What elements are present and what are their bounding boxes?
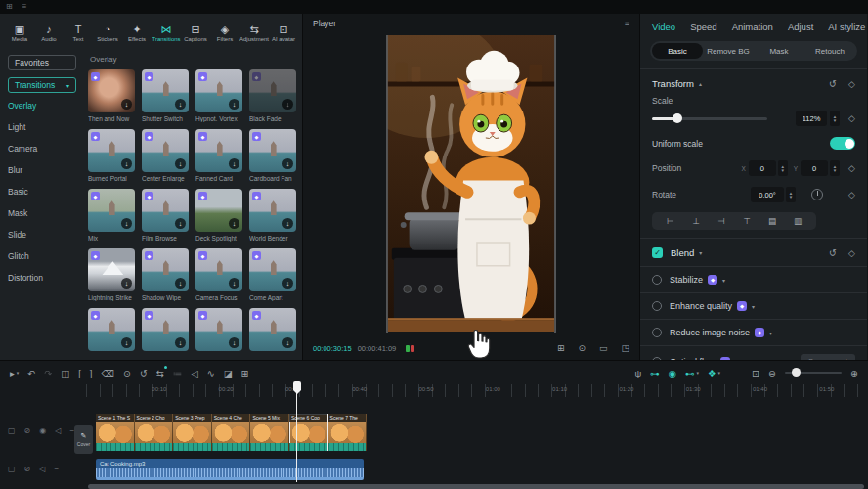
topbar-item-media[interactable]: ▣ Media <box>6 23 33 42</box>
transition-next-icon[interactable]: ⊷▾ <box>685 368 699 378</box>
voiceover-mic-icon[interactable]: ψ <box>634 368 641 378</box>
mute-track-icon[interactable]: ◁ <box>191 368 197 378</box>
sidebar-item-basic[interactable]: Basic <box>8 187 76 197</box>
download-icon[interactable]: ↓ <box>229 337 239 348</box>
mirror-icon[interactable]: ⇆ <box>156 368 164 378</box>
sidebar-item-distortion[interactable]: Distortion <box>8 273 76 283</box>
download-icon[interactable]: ↓ <box>121 218 132 229</box>
chevron-down-icon[interactable]: ▾ <box>699 249 702 256</box>
transition-item[interactable]: ◆ ↓ <box>142 308 189 354</box>
download-icon[interactable]: ↓ <box>175 99 186 110</box>
align-bottom-icon[interactable]: ⊥ <box>683 216 709 226</box>
timeline-ruler[interactable]: 00:1000:2000:3000:4000:5001:0001:1001:20… <box>86 384 868 397</box>
grid-menu-icon[interactable]: ⊞ <box>6 3 13 11</box>
download-icon[interactable]: ↓ <box>121 158 132 169</box>
scale-keyframe-icon[interactable]: ◇ <box>848 113 855 123</box>
download-icon[interactable]: ↓ <box>121 278 132 289</box>
topbar-item-transitions[interactable]: ⋈ Transitions <box>152 23 180 42</box>
chevron-down-icon[interactable]: ▾ <box>769 330 772 336</box>
timeline-zoom-slider[interactable] <box>785 372 842 374</box>
select-tool-icon[interactable]: ▸▾ <box>10 368 19 378</box>
chevron-down-icon[interactable]: ▾ <box>752 303 755 310</box>
rotate-dial[interactable] <box>811 189 823 200</box>
zoom-in-icon[interactable]: ⊕ <box>850 368 858 378</box>
timeline-clip[interactable]: Scene 4 Che <box>212 414 251 451</box>
rotate-stepper[interactable]: ▲▼ <box>786 187 796 202</box>
scale-slider-knob[interactable] <box>673 113 682 123</box>
transition-item-then-and-now[interactable]: ◆ ↓ Then and Now <box>88 69 135 122</box>
timeline-clip[interactable]: Scene 7 The <box>328 414 368 451</box>
topbar-item-filters[interactable]: ◈ Filters <box>211 23 239 42</box>
topbar-item-adjustment[interactable]: ⇆ Adjustment <box>240 23 268 42</box>
zoom-out-icon[interactable]: ⊖ <box>768 368 776 378</box>
transition-item-cardboard-fan[interactable]: ◆ ↓ Cardboard Fan <box>249 129 296 182</box>
align-center-v-icon[interactable]: ▥ <box>785 216 810 226</box>
blend-keyframe-icon[interactable]: ◇ <box>848 248 855 258</box>
tab-speed[interactable]: Speed <box>690 22 716 32</box>
blend-checkbox[interactable]: ✓ <box>652 247 663 258</box>
record-icon[interactable]: ⊞ <box>241 368 249 378</box>
transition-item-mix[interactable]: ◆ ↓ Mix <box>88 189 135 242</box>
enhance-quality-checkbox[interactable] <box>652 301 662 311</box>
topbar-item-text[interactable]: T Text <box>65 23 92 42</box>
transition-item[interactable]: ◆ ↓ <box>195 308 242 354</box>
sidebar-item-light[interactable]: Light <box>8 122 76 132</box>
transition-item-film-browse[interactable]: ◆ ↓ Film Browse <box>142 189 189 242</box>
topbar-item-effects[interactable]: ✦ Effects <box>123 23 151 42</box>
transition-item-burned-portal[interactable]: ◆ ↓ Burned Portal <box>88 129 135 182</box>
download-icon[interactable]: ↓ <box>282 158 293 169</box>
undo-icon[interactable]: ↶ <box>27 368 35 378</box>
split-icon[interactable]: ◫ <box>61 368 69 378</box>
collapse-track-icon[interactable]: − <box>54 465 59 473</box>
position-y-stepper[interactable]: ▲▼ <box>830 160 840 176</box>
uniform-scale-toggle[interactable] <box>830 137 855 150</box>
subtab-basic[interactable]: Basic <box>652 43 703 59</box>
download-icon[interactable]: ↓ <box>229 158 239 169</box>
playhead[interactable] <box>296 382 297 482</box>
home-icon[interactable]: ≡ <box>22 3 27 11</box>
trim-right-icon[interactable]: ] <box>90 368 93 378</box>
loop-icon[interactable]: ↺ <box>140 368 148 378</box>
favorites-button[interactable]: Favorites <box>8 55 76 70</box>
align-right-icon[interactable]: ⊣ <box>709 216 734 226</box>
mute-video-track-icon[interactable]: ◁ <box>55 426 61 435</box>
scale-slider[interactable] <box>652 117 767 120</box>
reduce-image-noise-checkbox[interactable] <box>652 328 662 337</box>
rotate-value-input[interactable]: 0.00° <box>751 187 784 202</box>
tab-adjust[interactable]: Adjust <box>788 22 813 32</box>
transition-item-lightning-strike[interactable]: ◆ ↓ Lightning Strike <box>88 248 135 301</box>
track-type-icon[interactable]: ▢ <box>8 426 16 435</box>
sidebar-item-blur[interactable]: Blur <box>8 165 76 175</box>
ratio-icon[interactable]: ▭ <box>599 343 608 353</box>
transition-prev-icon[interactable]: ⊶ <box>650 368 660 378</box>
sidebar-item-glitch[interactable]: Glitch <box>8 251 76 261</box>
collapse-icon[interactable]: ▴ <box>699 80 702 87</box>
transition-item-deck-spotlight[interactable]: ◆ ↓ Deck Spotlight <box>195 189 242 242</box>
position-y-input[interactable]: 0 <box>801 160 828 176</box>
sidebar-item-slide[interactable]: Slide <box>8 230 76 240</box>
timeline-clip[interactable]: Scene 2 Cho <box>135 414 174 451</box>
audio-track-clip[interactable]: Cat Cooking.mp3 <box>96 459 364 480</box>
download-icon[interactable]: ↓ <box>175 218 186 229</box>
blend-reset-icon[interactable]: ↺ <box>829 247 837 258</box>
transition-item-come-apart[interactable]: ◆ ↓ Come Apart <box>249 248 296 301</box>
transition-item-shadow-wipe[interactable]: ◆ ↓ Shadow Wipe <box>142 248 189 301</box>
topbar-item-captions[interactable]: ⊟ Captions <box>182 23 209 42</box>
fullscreen-icon[interactable]: ◳ <box>621 343 629 353</box>
group-clips-icon[interactable]: ◉ <box>669 368 676 378</box>
download-icon[interactable]: ↓ <box>282 99 293 110</box>
subtab-remove-bg[interactable]: Remove BG <box>703 43 754 59</box>
download-icon[interactable]: ↓ <box>121 99 132 110</box>
transition-item-black-fade[interactable]: ◆ ↓ Black Fade <box>249 69 296 122</box>
transition-item-shutter-switch[interactable]: ◆ ↓ Shutter Switch <box>142 69 189 122</box>
download-icon[interactable]: ↓ <box>121 337 132 348</box>
mute-audio-track-icon[interactable]: ◁ <box>39 465 45 473</box>
stabilize-checkbox[interactable] <box>652 275 662 285</box>
keyframe-graph-icon[interactable]: ∿ <box>207 368 215 378</box>
apply-transition-icon[interactable]: ❖▾ <box>708 368 720 378</box>
transition-item-center-enlarge[interactable]: ◆ ↓ Center Enlarge <box>142 129 189 182</box>
tab-animation[interactable]: Animation <box>732 22 773 32</box>
mask-icon[interactable]: ⊙ <box>123 368 131 378</box>
trim-left-icon[interactable]: [ <box>78 368 81 378</box>
horizontal-scrollbar[interactable] <box>88 484 864 489</box>
